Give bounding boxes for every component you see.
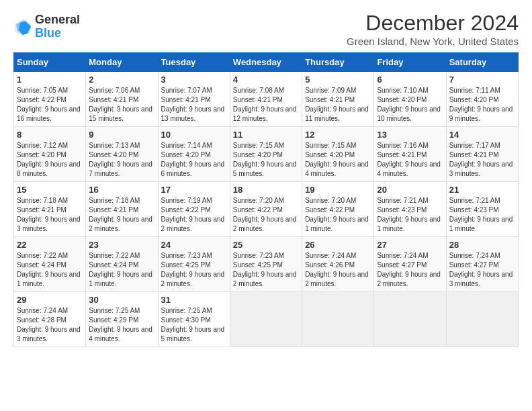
col-wednesday: Wednesday <box>230 53 302 72</box>
header-row: General Blue December 2024 Green Island,… <box>13 11 519 47</box>
calendar-week-3: 15 Sunrise: 7:18 AM Sunset: 4:21 PM Dayl… <box>14 182 519 237</box>
cell-info: Sunrise: 7:16 AM Sunset: 4:21 PM Dayligh… <box>377 141 443 179</box>
table-row: 23 Sunrise: 7:22 AM Sunset: 4:24 PM Dayl… <box>86 237 158 292</box>
table-row: 11 Sunrise: 7:15 AM Sunset: 4:20 PM Dayl… <box>230 127 302 182</box>
cell-info: Sunrise: 7:13 AM Sunset: 4:20 PM Dayligh… <box>89 141 154 179</box>
day-number: 27 <box>377 240 443 250</box>
main-title: December 2024 <box>347 11 519 36</box>
day-number: 18 <box>233 185 299 195</box>
cell-info: Sunrise: 7:21 AM Sunset: 4:23 PM Dayligh… <box>449 196 515 234</box>
day-number: 28 <box>449 240 515 250</box>
cell-info: Sunrise: 7:22 AM Sunset: 4:24 PM Dayligh… <box>89 251 154 289</box>
day-number: 2 <box>89 75 154 85</box>
table-row: 26 Sunrise: 7:24 AM Sunset: 4:26 PM Dayl… <box>302 237 374 292</box>
cell-info: Sunrise: 7:07 AM Sunset: 4:21 PM Dayligh… <box>161 86 227 124</box>
cell-info: Sunrise: 7:10 AM Sunset: 4:20 PM Dayligh… <box>377 86 443 124</box>
day-number: 9 <box>89 130 154 140</box>
header-row-days: Sunday Monday Tuesday Wednesday Thursday… <box>14 53 519 72</box>
day-number: 26 <box>305 240 371 250</box>
logo-icon <box>13 17 32 36</box>
table-row: 5 Sunrise: 7:09 AM Sunset: 4:21 PM Dayli… <box>302 72 374 127</box>
cell-info: Sunrise: 7:06 AM Sunset: 4:21 PM Dayligh… <box>89 86 154 124</box>
cell-info: Sunrise: 7:14 AM Sunset: 4:20 PM Dayligh… <box>161 141 227 179</box>
day-number: 14 <box>449 130 515 140</box>
calendar-week-5: 29 Sunrise: 7:24 AM Sunset: 4:28 PM Dayl… <box>14 292 519 347</box>
table-row <box>446 292 518 347</box>
day-number: 29 <box>17 295 83 305</box>
day-number: 6 <box>377 75 443 85</box>
cell-info: Sunrise: 7:24 AM Sunset: 4:27 PM Dayligh… <box>377 251 443 289</box>
day-number: 23 <box>89 240 154 250</box>
table-row: 27 Sunrise: 7:24 AM Sunset: 4:27 PM Dayl… <box>374 237 446 292</box>
day-number: 8 <box>17 130 83 140</box>
cell-info: Sunrise: 7:18 AM Sunset: 4:21 PM Dayligh… <box>89 196 154 234</box>
table-row: 19 Sunrise: 7:20 AM Sunset: 4:22 PM Dayl… <box>302 182 374 237</box>
table-row: 12 Sunrise: 7:15 AM Sunset: 4:20 PM Dayl… <box>302 127 374 182</box>
table-row: 3 Sunrise: 7:07 AM Sunset: 4:21 PM Dayli… <box>158 72 230 127</box>
cell-info: Sunrise: 7:24 AM Sunset: 4:27 PM Dayligh… <box>449 251 515 289</box>
day-number: 20 <box>377 185 443 195</box>
col-sunday: Sunday <box>14 53 86 72</box>
cell-info: Sunrise: 7:08 AM Sunset: 4:21 PM Dayligh… <box>233 86 299 124</box>
table-row: 21 Sunrise: 7:21 AM Sunset: 4:23 PM Dayl… <box>446 182 518 237</box>
day-number: 4 <box>233 75 299 85</box>
cell-info: Sunrise: 7:23 AM Sunset: 4:25 PM Dayligh… <box>161 251 227 289</box>
calendar-week-2: 8 Sunrise: 7:12 AM Sunset: 4:20 PM Dayli… <box>14 127 519 182</box>
table-row: 9 Sunrise: 7:13 AM Sunset: 4:20 PM Dayli… <box>86 127 158 182</box>
table-row: 13 Sunrise: 7:16 AM Sunset: 4:21 PM Dayl… <box>374 127 446 182</box>
day-number: 15 <box>17 185 83 195</box>
table-row: 8 Sunrise: 7:12 AM Sunset: 4:20 PM Dayli… <box>14 127 86 182</box>
cell-info: Sunrise: 7:20 AM Sunset: 4:22 PM Dayligh… <box>305 196 371 234</box>
cell-info: Sunrise: 7:25 AM Sunset: 4:29 PM Dayligh… <box>89 306 154 344</box>
cell-info: Sunrise: 7:09 AM Sunset: 4:21 PM Dayligh… <box>305 86 371 124</box>
cell-info: Sunrise: 7:24 AM Sunset: 4:26 PM Dayligh… <box>305 251 371 289</box>
cell-info: Sunrise: 7:19 AM Sunset: 4:22 PM Dayligh… <box>161 196 227 234</box>
day-number: 10 <box>161 130 227 140</box>
table-row <box>230 292 302 347</box>
col-thursday: Thursday <box>302 53 374 72</box>
day-number: 17 <box>161 185 227 195</box>
day-number: 7 <box>449 75 515 85</box>
day-number: 22 <box>17 240 83 250</box>
col-tuesday: Tuesday <box>158 53 230 72</box>
table-row: 25 Sunrise: 7:23 AM Sunset: 4:25 PM Dayl… <box>230 237 302 292</box>
cell-info: Sunrise: 7:12 AM Sunset: 4:20 PM Dayligh… <box>17 141 83 179</box>
cell-info: Sunrise: 7:23 AM Sunset: 4:25 PM Dayligh… <box>233 251 299 289</box>
calendar-week-1: 1 Sunrise: 7:05 AM Sunset: 4:22 PM Dayli… <box>14 72 519 127</box>
table-row: 15 Sunrise: 7:18 AM Sunset: 4:21 PM Dayl… <box>14 182 86 237</box>
table-row <box>302 292 374 347</box>
table-row: 1 Sunrise: 7:05 AM Sunset: 4:22 PM Dayli… <box>14 72 86 127</box>
table-row: 14 Sunrise: 7:17 AM Sunset: 4:21 PM Dayl… <box>446 127 518 182</box>
table-row: 30 Sunrise: 7:25 AM Sunset: 4:29 PM Dayl… <box>86 292 158 347</box>
table-row: 28 Sunrise: 7:24 AM Sunset: 4:27 PM Dayl… <box>446 237 518 292</box>
day-number: 5 <box>305 75 371 85</box>
cell-info: Sunrise: 7:20 AM Sunset: 4:22 PM Dayligh… <box>233 196 299 234</box>
cell-info: Sunrise: 7:11 AM Sunset: 4:20 PM Dayligh… <box>449 86 515 124</box>
table-row: 22 Sunrise: 7:22 AM Sunset: 4:24 PM Dayl… <box>14 237 86 292</box>
day-number: 13 <box>377 130 443 140</box>
cell-info: Sunrise: 7:25 AM Sunset: 4:30 PM Dayligh… <box>161 306 227 344</box>
col-saturday: Saturday <box>446 53 518 72</box>
day-number: 11 <box>233 130 299 140</box>
day-number: 31 <box>161 295 227 305</box>
day-number: 25 <box>233 240 299 250</box>
calendar-week-4: 22 Sunrise: 7:22 AM Sunset: 4:24 PM Dayl… <box>14 237 519 292</box>
day-number: 30 <box>89 295 154 305</box>
table-row: 20 Sunrise: 7:21 AM Sunset: 4:23 PM Dayl… <box>374 182 446 237</box>
table-row: 24 Sunrise: 7:23 AM Sunset: 4:25 PM Dayl… <box>158 237 230 292</box>
day-number: 19 <box>305 185 371 195</box>
table-row <box>374 292 446 347</box>
table-row: 6 Sunrise: 7:10 AM Sunset: 4:20 PM Dayli… <box>374 72 446 127</box>
table-row: 7 Sunrise: 7:11 AM Sunset: 4:20 PM Dayli… <box>446 72 518 127</box>
day-number: 3 <box>161 75 227 85</box>
title-block: December 2024 Green Island, New York, Un… <box>347 11 519 47</box>
cell-info: Sunrise: 7:17 AM Sunset: 4:21 PM Dayligh… <box>449 141 515 179</box>
calendar-table: Sunday Monday Tuesday Wednesday Thursday… <box>13 52 519 347</box>
col-monday: Monday <box>86 53 158 72</box>
table-row: 29 Sunrise: 7:24 AM Sunset: 4:28 PM Dayl… <box>14 292 86 347</box>
table-row: 18 Sunrise: 7:20 AM Sunset: 4:22 PM Dayl… <box>230 182 302 237</box>
logo: General Blue <box>13 13 80 40</box>
cell-info: Sunrise: 7:22 AM Sunset: 4:24 PM Dayligh… <box>17 251 83 289</box>
cell-info: Sunrise: 7:15 AM Sunset: 4:20 PM Dayligh… <box>305 141 371 179</box>
day-number: 16 <box>89 185 154 195</box>
